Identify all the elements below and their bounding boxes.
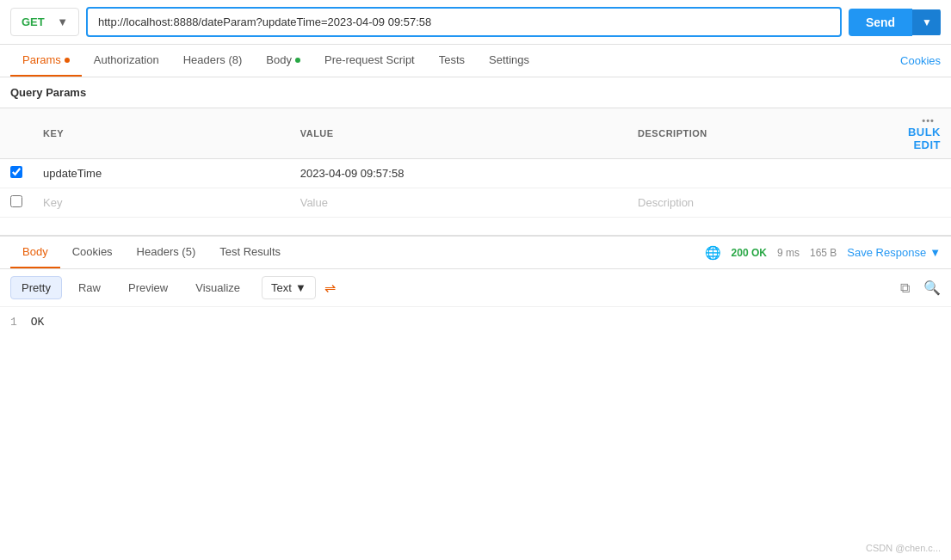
- request-tabs: Params Authorization Headers (8) Body Pr…: [0, 45, 951, 77]
- row-checkbox[interactable]: [10, 166, 22, 178]
- key-placeholder: Key: [43, 196, 62, 209]
- method-label: GET: [22, 15, 45, 28]
- search-icon[interactable]: 🔍: [923, 280, 941, 296]
- response-time: 9 ms: [777, 247, 800, 259]
- request-bar: GET ▼ Send ▼: [0, 0, 951, 45]
- send-dropdown-button[interactable]: ▼: [912, 9, 941, 35]
- tab-prerequest[interactable]: Pre-request Script: [312, 45, 427, 77]
- method-chevron-icon: ▼: [57, 15, 68, 28]
- code-line: 1 OK: [10, 316, 941, 329]
- table-row: updateTime 2023-04-09 09:57:58: [0, 159, 951, 188]
- format-visualize-button[interactable]: Visualize: [184, 276, 251, 299]
- code-content: OK: [31, 316, 45, 329]
- format-pretty-button[interactable]: Pretty: [10, 276, 62, 299]
- save-response-chevron-icon: ▼: [929, 246, 941, 259]
- globe-icon: 🌐: [705, 245, 721, 261]
- empty-key-cell[interactable]: Key: [33, 188, 290, 218]
- tab-headers[interactable]: Headers (8): [171, 45, 255, 77]
- send-button-group: Send ▼: [849, 9, 941, 36]
- tab-body[interactable]: Body: [254, 45, 312, 77]
- col-key-header: KEY: [33, 108, 290, 159]
- value-placeholder: Value: [300, 196, 328, 209]
- tab-settings[interactable]: Settings: [477, 45, 541, 77]
- tab-params[interactable]: Params: [10, 45, 82, 77]
- row-actions: [885, 159, 951, 188]
- description-cell: [627, 159, 885, 188]
- wrap-lines-icon[interactable]: ⇌: [324, 280, 336, 296]
- table-row-empty: Key Value Description: [0, 188, 951, 218]
- body-dot: [295, 58, 300, 63]
- response-status: 200 OK: [732, 247, 767, 259]
- empty-row-checkbox[interactable]: [10, 195, 22, 207]
- response-meta: 🌐 200 OK 9 ms 165 B Save Response ▼: [705, 245, 941, 261]
- response-tab-headers[interactable]: Headers (5): [125, 237, 208, 268]
- text-format-dropdown[interactable]: Text ▼: [262, 276, 316, 299]
- line-number: 1: [10, 316, 17, 329]
- tab-authorization[interactable]: Authorization: [82, 45, 171, 77]
- copy-icon[interactable]: ⧉: [900, 280, 910, 296]
- empty-checkbox-cell: [0, 188, 33, 218]
- tab-tests[interactable]: Tests: [427, 45, 477, 77]
- response-section: Body Cookies Headers (5) Test Results 🌐 …: [0, 235, 951, 359]
- params-table: KEY VALUE DESCRIPTION ••• Bulk Edit upda…: [0, 108, 951, 218]
- bulk-edit-button[interactable]: Bulk Edit: [908, 126, 941, 151]
- format-preview-button[interactable]: Preview: [117, 276, 179, 299]
- text-format-chevron-icon: ▼: [295, 281, 306, 294]
- send-button[interactable]: Send: [849, 9, 912, 36]
- response-tab-body[interactable]: Body: [10, 237, 60, 268]
- empty-actions: [885, 188, 951, 218]
- response-tab-cookies[interactable]: Cookies: [60, 237, 125, 268]
- key-value: updateTime: [43, 167, 102, 180]
- method-dropdown[interactable]: GET ▼: [10, 8, 79, 36]
- params-dot: [65, 58, 70, 63]
- col-actions-header: ••• Bulk Edit: [885, 108, 951, 159]
- cookies-link[interactable]: Cookies: [900, 46, 941, 76]
- response-tab-test-results[interactable]: Test Results: [207, 237, 293, 268]
- empty-desc-cell[interactable]: Description: [627, 188, 885, 218]
- empty-value-cell[interactable]: Value: [290, 188, 627, 218]
- format-icons-group: ⧉ 🔍: [900, 280, 941, 296]
- response-tabs: Body Cookies Headers (5) Test Results 🌐 …: [0, 237, 951, 269]
- format-raw-button[interactable]: Raw: [67, 276, 112, 299]
- save-response-button[interactable]: Save Response ▼: [847, 246, 941, 259]
- col-description-header: DESCRIPTION: [627, 108, 885, 159]
- col-value-header: VALUE: [290, 108, 627, 159]
- query-params-section-title: Query Params: [0, 77, 951, 108]
- value-cell: 2023-04-09 09:57:58: [290, 159, 627, 188]
- description-placeholder: Description: [638, 196, 694, 209]
- key-cell: updateTime: [33, 159, 290, 188]
- param-value: 2023-04-09 09:57:58: [300, 167, 404, 180]
- more-options-icon[interactable]: •••: [922, 115, 935, 126]
- url-input[interactable]: [86, 7, 842, 37]
- col-checkbox: [0, 108, 33, 159]
- response-body-code: 1 OK: [0, 307, 951, 359]
- format-tabs: Pretty Raw Preview Visualize Text ▼ ⇌ ⧉ …: [0, 269, 951, 307]
- response-size: 165 B: [810, 247, 837, 259]
- text-format-label: Text: [271, 281, 292, 294]
- row-checkbox-cell: [0, 159, 33, 188]
